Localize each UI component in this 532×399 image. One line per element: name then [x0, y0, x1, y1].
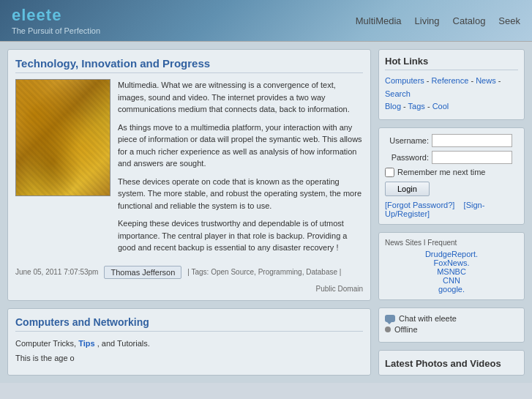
hot-link-reference[interactable]: Reference	[432, 76, 469, 85]
hot-link-tags[interactable]: Tags	[408, 102, 425, 111]
login-form: Username: Password: Remember me next tim…	[385, 134, 518, 218]
article-computers-intro: This is the age o	[15, 352, 363, 365]
login-links: [Forgot Password?] [Sign-Up/Register]	[385, 201, 518, 218]
article-p1: Multimedia. What we are witnessing is a …	[118, 79, 363, 116]
news-box: News Sites I Frequent DrudgeReport. FoxN…	[378, 232, 525, 300]
offline-row: Offline	[385, 325, 518, 334]
tagline: The Pursuit of Perfection	[12, 26, 100, 35]
offline-icon	[385, 327, 391, 332]
nav-seek[interactable]: Seek	[498, 15, 520, 26]
username-input[interactable]	[432, 134, 512, 147]
remember-label: Remember me next time	[397, 168, 485, 176]
news-drudge[interactable]: DrudgeReport.	[385, 250, 518, 258]
nav-catalog[interactable]: Catalog	[453, 15, 486, 26]
article-p4: Keeping these devices trustworthy and de…	[118, 217, 363, 254]
article-footer: June 05, 2011 7:07:53pm Thomas Jefferson…	[15, 266, 363, 293]
chat-icon	[385, 315, 395, 322]
news-cnn[interactable]: CNN	[385, 276, 518, 285]
left-column: Technology, Innovation and Progress Mult…	[7, 49, 371, 376]
remember-row: Remember me next time	[385, 168, 518, 177]
offline-text: Offline	[394, 325, 418, 334]
news-header: News Sites I Frequent	[385, 239, 518, 247]
article-technology-text: Multimedia. What we are witnessing is a …	[118, 79, 363, 260]
password-input[interactable]	[432, 151, 512, 164]
hot-link-search[interactable]: Search	[385, 89, 411, 98]
article-computers-text: Computer Tricks, Tips , and Tutorials.	[15, 338, 363, 350]
chat-text[interactable]: Chat with eleete	[399, 314, 457, 323]
tips-link[interactable]: Tips	[78, 339, 94, 348]
article-computers: Computers and Networking Computer Tricks…	[7, 308, 371, 376]
news-foxnews[interactable]: FoxNews.	[385, 258, 518, 267]
chat-row: Chat with eleete	[385, 314, 518, 323]
right-column: Hot Links Computers - Reference - News -…	[378, 49, 525, 376]
text-tutorials: , and Tutorials.	[97, 339, 150, 348]
article-p2: As things move to a multimedia platform,…	[118, 122, 363, 170]
author-button[interactable]: Thomas Jefferson	[104, 266, 181, 279]
latest-photos-title: Latest Photos and Videos	[385, 358, 518, 369]
article-technology-image	[15, 79, 110, 196]
article-tags: | Tags: Open Source, Programming, Databa…	[187, 268, 341, 276]
hot-link-blog[interactable]: Blog	[385, 102, 401, 111]
logo-area: eleete The Pursuit of Perfection	[12, 6, 100, 35]
news-google[interactable]: google.	[385, 285, 518, 294]
hot-link-cool[interactable]: Cool	[432, 102, 449, 111]
article-technology: Technology, Innovation and Progress Mult…	[7, 49, 371, 301]
hot-link-computers[interactable]: Computers	[385, 76, 424, 85]
password-row: Password:	[385, 151, 518, 164]
hot-links-box: Hot Links Computers - Reference - News -…	[378, 49, 525, 120]
text-tricks: Computer Tricks,	[15, 339, 76, 348]
article-technology-title: Technology, Innovation and Progress	[15, 57, 363, 73]
news-msnbc[interactable]: MSNBC	[385, 267, 518, 276]
nav-living[interactable]: Living	[415, 15, 440, 26]
article-technology-content: Multimedia. What we are witnessing is a …	[15, 79, 363, 260]
article-p3: These devices operate on code that is kn…	[118, 176, 363, 212]
header: eleete The Pursuit of Perfection MultiMe…	[0, 0, 532, 42]
password-label: Password:	[385, 153, 429, 162]
article-public: Public Domain	[15, 285, 363, 293]
hot-link-news[interactable]: News	[476, 76, 496, 85]
login-button[interactable]: Login	[385, 182, 430, 196]
article-date: June 05, 2011 7:07:53pm	[15, 268, 98, 276]
hot-links-list: Computers - Reference - News - Search Bl…	[385, 75, 518, 113]
latest-photos-box: Latest Photos and Videos	[378, 350, 525, 376]
username-row: Username:	[385, 134, 518, 147]
forgot-password-link[interactable]: [Forgot Password?]	[385, 201, 457, 209]
main: Technology, Innovation and Progress Mult…	[0, 42, 532, 383]
chat-box: Chat with eleete Offline	[378, 307, 525, 343]
nav-multimedia[interactable]: MultiMedia	[356, 15, 402, 26]
remember-checkbox[interactable]	[385, 168, 394, 177]
logo[interactable]: eleete	[12, 6, 100, 25]
article-computers-title: Computers and Networking	[15, 316, 363, 332]
hot-links-title: Hot Links	[385, 56, 518, 70]
username-label: Username:	[385, 136, 429, 145]
nav-links: MultiMedia Living Catalog Seek	[356, 15, 520, 26]
login-box: Username: Password: Remember me next tim…	[378, 127, 525, 225]
